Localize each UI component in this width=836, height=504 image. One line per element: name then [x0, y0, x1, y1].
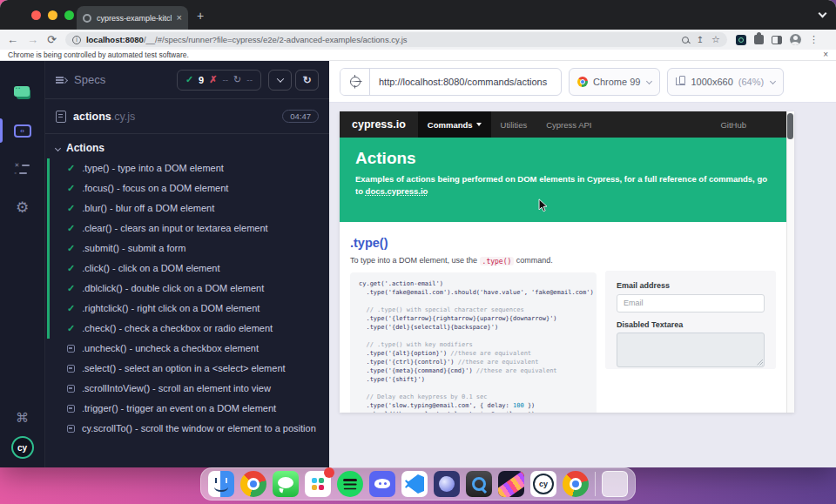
docs-link[interactable]: docs.cypress.io [366, 186, 428, 196]
nav-github[interactable]: GitHub [711, 111, 756, 138]
warp-dock-icon[interactable] [498, 471, 524, 497]
test-row[interactable]: .trigger() - trigger an event on a DOM e… [50, 399, 329, 419]
rail-settings[interactable]: ⚙ [0, 188, 45, 226]
spotify-dock-icon[interactable] [337, 471, 363, 497]
macos-dock [200, 467, 636, 501]
omnibox[interactable]: i localhost:8080/__/#/specs/runner?file=… [65, 32, 727, 47]
spec-file-icon [56, 111, 66, 123]
test-passed-check-icon: ✓ [67, 202, 75, 215]
minimize-window-button[interactable] [48, 10, 57, 20]
test-label: .clear() - clears an input or textarea e… [82, 222, 267, 235]
cypress-logo[interactable]: cy [11, 436, 34, 459]
discord-dock-icon[interactable] [369, 471, 395, 497]
forward-button[interactable]: → [27, 34, 38, 45]
test-row[interactable]: cy.scrollTo() - scroll the window or ele… [50, 419, 329, 439]
test-row[interactable]: ✓ .type() - type into a DOM element [50, 158, 329, 178]
test-row[interactable]: .select() - select an option in a <selec… [50, 359, 329, 379]
rail-cypress-home[interactable] [0, 73, 45, 111]
profile-avatar[interactable] [790, 34, 801, 45]
test-row[interactable]: .uncheck() - uncheck a checkbox element [50, 339, 329, 359]
vscode-dock-icon[interactable] [401, 471, 428, 497]
nav-commands[interactable]: Commands [418, 111, 491, 138]
test-passed-check-icon: ✓ [67, 182, 75, 195]
maximize-window-button[interactable] [64, 10, 74, 20]
test-list: ✓ .type() - type into a DOM element ✓ .f… [45, 158, 329, 439]
viewport-select[interactable]: 1000x660 (64%) [667, 68, 784, 96]
cypress-extension-icon[interactable] [736, 35, 746, 45]
demo-form-card: Email address Disabled Textarea [605, 271, 776, 369]
zoom-icon[interactable] [682, 37, 689, 44]
slack-dock-icon[interactable] [305, 471, 331, 497]
test-row[interactable]: ✓ .focus() - focus on a DOM element [50, 178, 329, 198]
rail-keyboard-shortcuts[interactable]: ⌘ [0, 398, 45, 436]
hero-text: Examples of actions being performed on D… [355, 173, 772, 198]
test-passed-check-icon: ✓ [67, 262, 75, 275]
back-button[interactable]: ← [7, 34, 18, 45]
test-label: cy.scrollTo() - scroll the window or ele… [82, 422, 316, 435]
chevron-down-icon [276, 75, 283, 82]
test-row[interactable]: ✓ .rightclick() - right click on a DOM e… [50, 299, 329, 319]
specs-code-icon: ‹› [14, 124, 31, 138]
tab-close-icon[interactable]: × [177, 13, 182, 23]
rail-runs[interactable]: ✕ ▫ [0, 150, 45, 188]
extensions-puzzle-icon[interactable] [754, 35, 764, 44]
aut-iframe: cypress.io Commands Utilities Cypress AP… [340, 111, 794, 413]
spec-file-name: actions.cy.js [73, 111, 275, 123]
infobar-close-icon[interactable]: × [823, 50, 828, 59]
kitchensink-brand[interactable]: cypress.io [340, 118, 418, 131]
type-section-intro: To type into a DOM element, use the .typ… [350, 256, 597, 265]
aut-url[interactable]: http://localhost:8080/commands/actions [370, 77, 561, 87]
quicktime-dock-icon[interactable] [466, 471, 492, 497]
browser-window: cypress-example-kitchensink × + ← → ⟳ i … [0, 0, 836, 467]
stage-header: http://localhost:8080/commands/actions C… [329, 61, 836, 103]
browser-tab[interactable]: cypress-example-kitchensink × [77, 6, 188, 30]
cypress-dock-icon[interactable] [530, 471, 556, 497]
bookmark-star-icon[interactable]: ☆ [711, 34, 720, 45]
collapse-all-button[interactable] [268, 70, 292, 91]
close-window-button[interactable] [31, 10, 41, 20]
test-row[interactable]: .scrollIntoView() - scroll an element in… [50, 379, 329, 399]
dock-separator [595, 472, 596, 496]
test-row[interactable]: ✓ .blur() - blur off a DOM element [50, 198, 329, 218]
test-row[interactable]: ✓ .check() - check a checkbox or radio e… [50, 319, 329, 339]
window-controls[interactable] [31, 10, 74, 20]
test-pending-box-icon [67, 345, 75, 353]
url-path: /__/#/specs/runner?file=cypress/e2e/2-ad… [144, 35, 408, 44]
chrome-dock-icon[interactable] [240, 471, 266, 497]
specs-menu-icon[interactable] [56, 76, 67, 84]
mouse-cursor [538, 198, 548, 212]
scrollbar-thumb[interactable] [787, 113, 793, 139]
trash-dock-icon[interactable] [602, 471, 628, 497]
suite-header[interactable]: Actions [45, 134, 329, 158]
failed-count: -- [222, 75, 228, 84]
side-panel-icon[interactable] [772, 36, 782, 44]
tab-favicon-icon [83, 14, 91, 23]
test-row[interactable]: ✓ .dblclick() - double click on a DOM el… [50, 279, 329, 299]
share-icon[interactable]: ↥ [697, 35, 704, 44]
rail-specs-active[interactable]: ‹› [0, 111, 45, 150]
test-row[interactable]: ✓ .clear() - clears an input or textarea… [50, 218, 329, 239]
selector-playground-button[interactable] [340, 69, 370, 95]
email-field[interactable] [617, 294, 765, 312]
rerun-tests-button[interactable]: ↻ [295, 70, 319, 91]
new-tab-button[interactable]: + [197, 10, 204, 22]
test-row[interactable]: ✓ .click() - click on a DOM element [50, 259, 329, 279]
window-menu-chevron-icon[interactable] [819, 10, 827, 18]
nav-cypress-api[interactable]: Cypress API [536, 111, 601, 138]
messages-dock-icon[interactable] [273, 471, 299, 497]
browser-select-label: Chrome 99 [593, 77, 640, 87]
aut-url-group: http://localhost:8080/commands/actions [340, 68, 562, 96]
browser-select[interactable]: Chrome 99 [569, 68, 660, 96]
browser-menu-icon[interactable]: ⋮ [809, 34, 819, 45]
chrome-secondary-dock-icon[interactable] [563, 471, 589, 497]
aut-scrollbar[interactable] [786, 111, 794, 413]
page-info-icon[interactable]: i [72, 36, 81, 44]
nav-utilities[interactable]: Utilities [491, 111, 537, 138]
test-row[interactable]: ✓ .submit() - submit a form [50, 239, 329, 259]
linear-dock-icon[interactable] [434, 471, 460, 497]
spec-file-row[interactable]: actions.cy.js 04:47 [45, 99, 329, 134]
suite-title: Actions [66, 142, 104, 154]
finder-dock-icon[interactable] [208, 471, 234, 497]
crosshair-icon [350, 77, 361, 87]
reload-button[interactable]: ⟳ [47, 34, 57, 45]
